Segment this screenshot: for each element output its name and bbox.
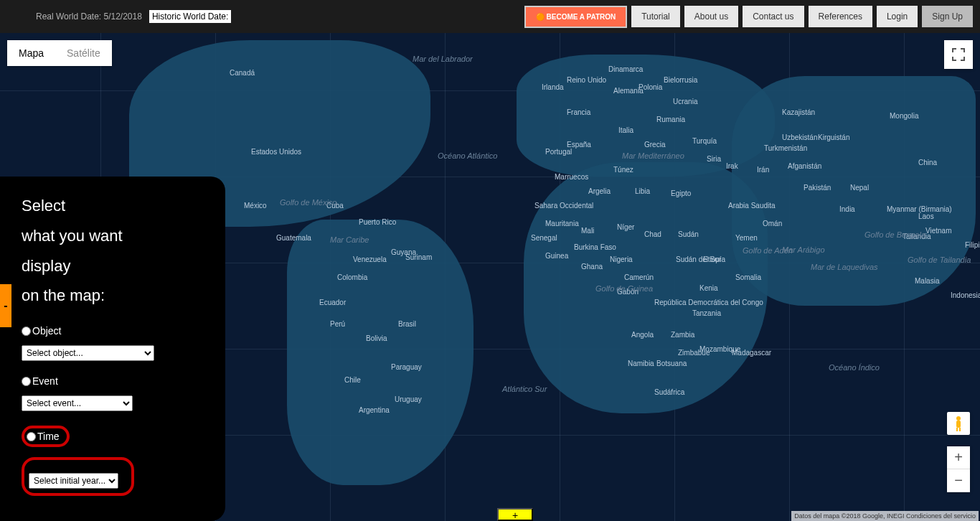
event-label-text: Event — [32, 375, 58, 387]
ocean-label: Mar Caribe — [330, 235, 369, 244]
nav-signup[interactable]: Sign Up — [922, 6, 973, 27]
ocean-label: Golfo de Guinea — [595, 284, 653, 293]
country-label: Turquía — [692, 137, 717, 145]
country-label: India — [839, 205, 855, 213]
country-label: Siria — [707, 155, 721, 163]
country-label: Bielorrusia — [664, 76, 697, 84]
event-radio[interactable] — [22, 377, 31, 386]
svg-rect-2 — [956, 428, 958, 431]
country-label: Kenia — [699, 284, 718, 292]
nav-about[interactable]: About us — [684, 6, 738, 27]
country-label: Mali — [581, 227, 594, 235]
country-label: Argentina — [359, 406, 390, 414]
country-label: Polonia — [639, 83, 662, 91]
event-select[interactable]: Select event... — [22, 395, 133, 411]
ocean-label: Golfo de Tailandia — [908, 255, 971, 264]
country-label: Ucrania — [673, 98, 697, 105]
country-label: Irlanda — [542, 83, 564, 91]
country-label: Kazajistán — [782, 108, 815, 116]
historic-world-date: Historic World Date: — [149, 10, 231, 23]
zoom-out-button[interactable]: − — [947, 469, 970, 492]
fullscreen-button[interactable] — [944, 40, 973, 69]
country-label: Guatemala — [276, 234, 311, 242]
sidebar-title-line1: Select — [22, 191, 204, 221]
ocean-label: Mar Mediterráneo — [622, 151, 684, 160]
nav-tutorial[interactable]: Tutorial — [631, 6, 680, 27]
zoom-controls: + − — [947, 446, 970, 492]
sidebar-title-line4: on the map: — [22, 281, 204, 311]
real-world-date: Real World Date: 5/12/2018 — [36, 11, 142, 22]
country-label: Bolivia — [366, 334, 387, 342]
country-label: Indonesia — [951, 291, 980, 299]
time-select[interactable]: Select initial year... — [29, 473, 118, 489]
ocean-label: Mar del Labrador — [413, 55, 473, 63]
country-label: Puerto Rico — [359, 218, 396, 226]
sidebar-toggle[interactable]: - — [0, 284, 11, 327]
pegman-control[interactable] — [947, 412, 970, 435]
country-label: Botsuana — [656, 360, 687, 367]
country-label: Uzbekistán — [782, 133, 817, 141]
ocean-label: Atlántico Sur — [502, 385, 547, 393]
country-label: Guinea — [545, 252, 568, 260]
country-label: Marruecos — [555, 173, 588, 181]
country-label: Tanzania — [692, 309, 721, 317]
header: Real World Date: 5/12/2018 Historic Worl… — [0, 0, 980, 33]
country-label: Nepal — [850, 184, 869, 192]
country-label: Túnez — [613, 166, 633, 174]
country-label: Portugal — [545, 148, 572, 156]
fullscreen-icon — [952, 48, 965, 61]
become-patron-button[interactable]: 🟠 BECOME A PATRON — [524, 6, 627, 28]
country-label: Italia — [618, 126, 633, 134]
country-label: Zambia — [671, 331, 694, 339]
map-container[interactable]: CanadáEstados UnidosMéxicoGuatemalaCubaP… — [0, 33, 980, 521]
map-type-map[interactable]: Mapa — [7, 40, 55, 66]
map-attribution: Datos del mapa ©2018 Google, INEGI Condi… — [791, 511, 979, 521]
time-radio[interactable] — [27, 432, 36, 441]
country-label: Sudán del Sur — [676, 255, 721, 263]
country-label: Estados Unidos — [251, 148, 301, 156]
sidebar-panel: Select what you want display on the map:… — [0, 177, 225, 521]
ocean-label: Océano Atlántico — [438, 151, 497, 160]
time-label-text: Time — [37, 431, 60, 442]
nav-login[interactable]: Login — [877, 6, 918, 27]
country-label: Turkmenistán — [764, 144, 807, 152]
country-label: Laos — [918, 212, 934, 220]
sidebar-title-line2: what you want — [22, 221, 204, 251]
country-label: Arabia Saudita — [728, 202, 776, 210]
country-label: Canadá — [230, 69, 255, 77]
object-select[interactable]: Select object... — [22, 345, 154, 361]
country-label: Malasia — [915, 277, 939, 285]
country-label: Níger — [617, 223, 634, 231]
object-radio[interactable] — [22, 327, 31, 336]
zoom-in-button[interactable]: + — [947, 446, 970, 469]
svg-rect-1 — [956, 421, 961, 428]
country-label: Omán — [763, 220, 782, 227]
country-label: Sahara Occidental — [534, 202, 593, 210]
country-label: Nigeria — [610, 255, 633, 263]
country-label: Namibia — [628, 360, 654, 367]
country-label: Afganistán — [788, 162, 821, 170]
country-label: México — [244, 202, 267, 210]
country-label: Pakistán — [804, 184, 831, 192]
ocean-label: Golfo de Bengala — [864, 230, 925, 239]
country-label: Grecia — [644, 141, 665, 149]
country-label: Sudáfrica — [654, 388, 684, 396]
event-radio-label[interactable]: Event — [22, 375, 204, 387]
nav-contact[interactable]: Contact us — [743, 6, 804, 27]
time-radio-label[interactable]: Time — [27, 431, 60, 442]
country-label: Chad — [644, 230, 661, 238]
object-radio-label[interactable]: Object — [22, 325, 204, 337]
country-label: Egipto — [671, 189, 691, 197]
timeline-add-button[interactable]: + — [497, 508, 533, 521]
object-group: Object Select object... — [22, 325, 204, 361]
country-label: Reino Unido — [567, 76, 606, 84]
country-label: Brasil — [398, 320, 416, 328]
country-label: Argelia — [588, 187, 611, 195]
country-label: Camerún — [624, 273, 654, 281]
map-type-satellite[interactable]: Satélite — [55, 40, 112, 66]
country-label: Mozambique — [699, 345, 740, 353]
nav-references[interactable]: References — [809, 6, 872, 27]
country-label: Kirguistán — [818, 133, 849, 141]
country-label: España — [567, 141, 591, 149]
sidebar-title-line3: display — [22, 251, 204, 281]
